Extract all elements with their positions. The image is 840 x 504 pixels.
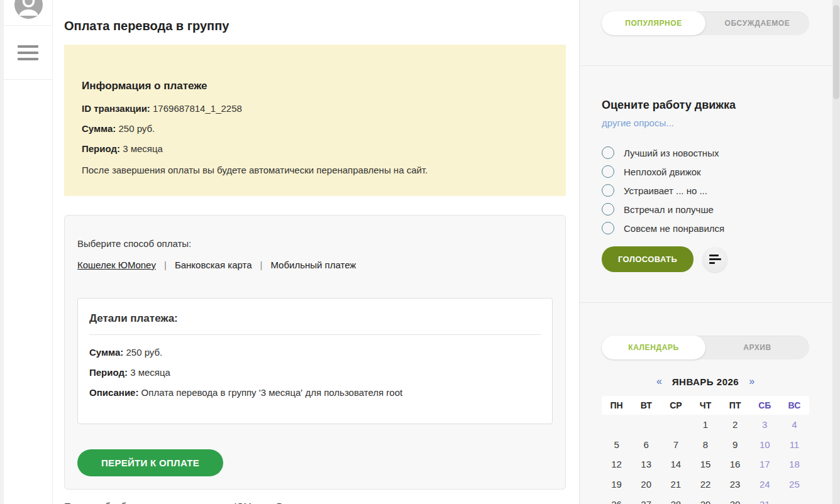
calendar-date: 13: [631, 454, 661, 474]
calendar-date: 27: [631, 494, 661, 504]
payment-info-field: Сумма: 250 руб.: [82, 123, 548, 134]
page-title: Оплата перевода в группу: [64, 19, 579, 33]
vote-button[interactable]: ГОЛОСОВАТЬ: [602, 246, 694, 272]
calendar-date: 19: [602, 474, 631, 495]
details-divider: [89, 334, 541, 335]
radio-icon[interactable]: [602, 184, 614, 197]
poll-title: Оцените работу движка: [602, 99, 809, 112]
payment-details-field: Описание: Оплата перевода в группу '3 ме…: [89, 387, 541, 398]
method-separator: |: [156, 260, 175, 270]
calendar-nav: « ЯНВАРЬ 2026 »: [602, 376, 809, 387]
payment-info-field-label: Период:: [82, 143, 120, 154]
poll-option-label: Неплохой движок: [624, 167, 701, 177]
left-rail: [4, 0, 53, 504]
menu-toggle-button[interactable]: [4, 26, 52, 80]
calendar-next-icon[interactable]: »: [749, 376, 754, 387]
calendar-empty-cell: [631, 415, 661, 435]
scrollbar-thumb[interactable]: [833, 5, 839, 99]
calendar-date: 15: [690, 454, 720, 474]
payment-info-field-label: ID транзакции:: [82, 103, 150, 114]
radio-icon[interactable]: [602, 165, 614, 178]
calendar-date: 22: [690, 474, 720, 495]
calendar-tab[interactable]: КАЛЕНДАРЬ: [602, 336, 705, 359]
calendar-empty-cell: [602, 415, 631, 435]
more-polls-link[interactable]: другие опросы...: [602, 118, 809, 128]
calendar-empty-cell: [661, 415, 690, 435]
calendar-date: 6: [631, 435, 661, 455]
calendar-day-header: ВС: [780, 400, 809, 410]
calendar-date: 7: [661, 435, 690, 455]
calendar-day-header: СР: [661, 400, 690, 410]
calendar-date: 26: [602, 494, 631, 504]
main-content: Оплата перевода в группу Информация о пл…: [53, 0, 579, 504]
calendar-date: 8: [690, 435, 720, 455]
calendar-date: 18: [780, 454, 809, 474]
payment-info-box: Информация о платеже ID транзакции: 1769…: [64, 45, 566, 196]
poll-option[interactable]: Неплохой движок: [602, 162, 809, 181]
security-note: Платеж обрабатывается через сервис ЮMone…: [64, 501, 579, 504]
pay-button[interactable]: ПЕРЕЙТИ К ОПЛАТЕ: [77, 449, 223, 476]
sidebar-tab[interactable]: ОБСУЖДАЕМОЕ: [705, 11, 809, 35]
calendar-date: 12: [602, 454, 631, 474]
sidebar-top-tabs-section: ПОПУЛЯРНОЕОБСУЖДАЕМОЕ: [580, 0, 832, 66]
calendar-date: 10: [750, 435, 780, 455]
payment-details-field-label: Описание:: [89, 387, 138, 398]
poll-results-button[interactable]: [702, 247, 727, 272]
payment-details-heading: Детали платежа:: [89, 312, 541, 325]
payment-details-field: Сумма: 250 руб.: [89, 347, 541, 358]
payment-details-field: Период: 3 месяца: [89, 367, 541, 378]
popular-discussed-tabs: ПОПУЛЯРНОЕОБСУЖДАЕМОЕ: [602, 11, 809, 35]
method-separator: |: [252, 260, 271, 270]
user-avatar-icon[interactable]: [14, 0, 43, 19]
payment-info-field: Период: 3 месяца: [82, 143, 548, 154]
calendar-date: 1: [690, 415, 720, 435]
calendar-date: 29: [690, 494, 720, 504]
calendar-prev-icon[interactable]: «: [656, 376, 662, 387]
payment-info-heading: Информация о платеже: [82, 80, 548, 92]
calendar-archive-tabs: КАЛЕНДАРЬАРХИВ: [602, 336, 809, 359]
vote-row: ГОЛОСОВАТЬ: [602, 246, 809, 302]
radio-icon[interactable]: [602, 203, 614, 216]
calendar-tab[interactable]: АРХИВ: [705, 336, 809, 359]
poll-option[interactable]: Встречал и получше: [602, 200, 809, 219]
calendar-date: 11: [780, 435, 809, 455]
payment-details-field-label: Период:: [89, 367, 128, 378]
payment-details-fields: Сумма: 250 руб.Период: 3 месяцаОписание:…: [89, 347, 541, 398]
calendar-day-header: ПН: [602, 400, 631, 410]
sidebar-tab[interactable]: ПОПУЛЯРНОЕ: [602, 11, 705, 35]
scrollbar[interactable]: [832, 0, 840, 504]
payment-method-link[interactable]: Кошелек ЮMoney: [77, 260, 156, 270]
poll-option[interactable]: Совсем не понравился: [602, 219, 809, 238]
poll-section: Оцените работу движка другие опросы... Л…: [580, 99, 832, 303]
calendar-date: 4: [780, 415, 809, 435]
payment-details-box: Детали платежа: Сумма: 250 руб.Период: 3…: [77, 298, 553, 424]
calendar-date: 9: [721, 435, 750, 455]
radio-icon[interactable]: [602, 222, 614, 234]
radio-icon[interactable]: [602, 146, 614, 159]
calendar-date: 2: [721, 415, 750, 435]
sidebar: ПОПУЛЯРНОЕОБСУЖДАЕМОЕ Оцените работу дви…: [579, 0, 832, 504]
method-prompt: Выберите способ оплаты:: [77, 238, 553, 249]
calendar-date: 24: [750, 474, 780, 495]
payment-method-link[interactable]: Мобильный платеж: [270, 260, 356, 270]
calendar-section: КАЛЕНДАРЬАРХИВ « ЯНВАРЬ 2026 » ПНВТСРЧТП…: [580, 336, 832, 504]
calendar-date: 5: [602, 435, 631, 455]
calendar-date: 23: [721, 474, 750, 495]
poll-results-icon: [709, 255, 719, 256]
user-menu-item[interactable]: [4, 0, 52, 26]
calendar-day-header: ВТ: [631, 400, 661, 410]
calendar-date: 14: [661, 454, 690, 474]
poll-option-label: Совсем не понравился: [624, 223, 724, 234]
payment-method-box: Выберите способ оплаты: Кошелек ЮMoney|Б…: [64, 215, 566, 490]
poll-options: Лучший из новостныхНеплохой движокУстраи…: [602, 143, 809, 238]
calendar-date: 30: [721, 494, 750, 504]
calendar-month-title: ЯНВАРЬ 2026: [672, 376, 739, 387]
payment-info-field: ID транзакции: 1769687814_1_2258: [82, 103, 548, 114]
poll-option-label: Встречал и получше: [624, 204, 714, 215]
payment-info-fields: ID транзакции: 1769687814_1_2258Сумма: 2…: [82, 103, 548, 154]
calendar-date: 16: [721, 454, 750, 474]
hamburger-menu-icon: [18, 45, 38, 60]
poll-option[interactable]: Лучший из новостных: [602, 143, 809, 162]
poll-option[interactable]: Устраивает ... но ...: [602, 181, 809, 200]
payment-method-link[interactable]: Банковская карта: [175, 260, 252, 270]
